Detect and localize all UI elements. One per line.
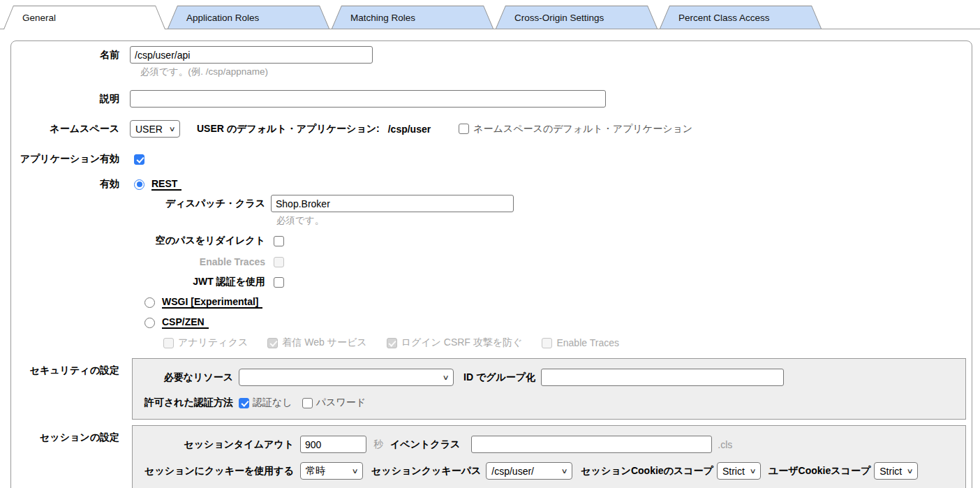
name-label: 名前	[11, 49, 130, 61]
tab-general-label: General	[22, 13, 56, 23]
tab-general[interactable]: General	[3, 6, 165, 29]
wsgi-radio-label[interactable]: WSGI [Experimental]	[162, 296, 262, 309]
namespace-default-app-path: /csp/user	[388, 124, 431, 135]
namespace-default-checkbox-label: ネームスペースのデフォルト・アプリケーション	[473, 123, 692, 135]
tab-matching-roles-label: Matching Roles	[350, 13, 415, 23]
inbound-web-services-checkbox	[267, 338, 278, 348]
namespace-select[interactable]: USER ∨	[130, 120, 180, 138]
analytics-label: アナリティクス	[178, 337, 248, 349]
chevron-down-icon: ∨	[168, 125, 175, 133]
analytics-checkbox	[163, 338, 174, 348]
description-input[interactable]	[130, 90, 606, 108]
redirect-empty-path-checkbox[interactable]	[274, 236, 284, 246]
session-cookie-scope-select[interactable]: Strict ∨	[717, 462, 761, 480]
chevron-down-icon: ∨	[351, 467, 358, 475]
required-resource-select[interactable]: ∨	[239, 369, 454, 386]
auth-password-label: パスワード	[316, 397, 366, 409]
event-class-suffix: .cls	[718, 439, 732, 450]
use-cookie-select[interactable]: 常時 ∨	[300, 462, 363, 480]
jwt-auth-checkbox[interactable]	[274, 277, 284, 288]
redirect-empty-path-label: 空のパスをリダイレクト	[11, 235, 271, 247]
csrf-protect-checkbox	[387, 338, 397, 348]
security-section-label: セキュリティの設定	[11, 358, 130, 377]
dispatch-class-label: ディスパッチ・クラス	[11, 198, 271, 210]
tab-application-roles-label: Application Roles	[186, 13, 259, 23]
description-label: 説明	[11, 93, 130, 105]
chevron-down-icon: ∨	[749, 467, 756, 475]
csrf-protect-label: ログイン CSRF 攻撃を防ぐ	[401, 337, 523, 349]
security-settings-box: 必要なリソース ∨ ID でグループ化 許可された認証方法 認証なし パスワード	[132, 358, 966, 420]
namespace-default-checkbox[interactable]	[459, 124, 469, 134]
namespace-default-app-text: USER のデフォルト・アプリケーション:	[197, 123, 380, 135]
chevron-down-icon: ∨	[442, 374, 449, 381]
enabled-label: 有効	[11, 178, 130, 191]
chevron-down-icon: ∨	[906, 467, 913, 475]
use-cookie-label: セッションにクッキーを使用する	[133, 465, 300, 478]
tab-bar: General Application Roles Matching Roles…	[0, 0, 980, 29]
user-cookie-scope-select[interactable]: Strict ∨	[874, 462, 918, 480]
event-class-label: イベントクラス	[390, 438, 460, 451]
app-enabled-label: アプリケーション有効	[11, 153, 130, 165]
required-resource-label: 必要なリソース	[133, 371, 239, 384]
dispatch-class-input[interactable]	[271, 195, 514, 212]
jwt-auth-label: JWT 認証を使用	[11, 276, 271, 288]
dispatch-class-hint: 必須です。	[276, 214, 324, 227]
tab-percent-class-access[interactable]: Percent Class Access	[660, 6, 822, 29]
group-by-id-label: ID でグループ化	[463, 371, 535, 384]
name-input[interactable]	[130, 46, 373, 64]
rest-radio[interactable]	[134, 179, 144, 190]
tab-matching-roles[interactable]: Matching Roles	[332, 6, 493, 29]
enable-traces-checkbox	[274, 257, 284, 267]
chevron-down-icon: ∨	[560, 467, 567, 475]
session-timeout-label: セッションタイムアウト	[133, 438, 300, 451]
session-timeout-input[interactable]	[300, 436, 366, 453]
auth-none-checkbox[interactable]	[239, 398, 249, 408]
auth-none-label: 認証なし	[253, 397, 292, 409]
group-by-id-input[interactable]	[541, 369, 784, 386]
csp-zen-radio-label[interactable]: CSP/ZEN	[162, 316, 209, 329]
allowed-auth-label: 許可された認証方法	[133, 397, 239, 409]
tab-cross-origin-settings-label: Cross-Origin Settings	[514, 13, 604, 23]
app-enabled-checkbox[interactable]	[134, 154, 144, 165]
auth-password-checkbox[interactable]	[302, 398, 313, 408]
cookie-path-select[interactable]: /csp/user/ ∨	[486, 462, 572, 480]
enable-traces-label: Enable Traces	[11, 256, 271, 267]
csp-zen-radio[interactable]	[144, 318, 155, 328]
namespace-label: ネームスペース	[16, 123, 130, 135]
session-timeout-unit: 秒	[373, 438, 383, 451]
session-cookie-scope-label: セッションCookieのスコープ	[581, 465, 713, 478]
inbound-web-services-label: 着信 Web サービス	[282, 337, 366, 349]
user-cookie-scope-label: ユーザCookieスコープ	[769, 465, 870, 478]
rest-radio-label[interactable]: REST	[151, 178, 181, 191]
session-section-label: セッションの設定	[11, 425, 130, 444]
csp-enable-traces-label: Enable Traces	[556, 337, 619, 348]
general-settings-form: 名前 必須です。(例. /csp/appname) 説明 ネームスペース USE…	[10, 40, 972, 488]
tab-application-roles[interactable]: Application Roles	[168, 6, 329, 29]
session-settings-box: セッションタイムアウト 秒 イベントクラス .cls セッションにクッキーを使用…	[132, 425, 966, 488]
wsgi-radio[interactable]	[144, 297, 155, 308]
tab-percent-class-access-label: Percent Class Access	[678, 13, 770, 23]
cookie-path-label: セッションクッキーパス	[371, 465, 481, 478]
csp-enable-traces-checkbox	[542, 338, 552, 348]
event-class-input[interactable]	[471, 436, 712, 453]
name-hint: 必須です。(例. /csp/appname)	[140, 66, 268, 78]
tab-cross-origin-settings[interactable]: Cross-Origin Settings	[496, 6, 658, 29]
